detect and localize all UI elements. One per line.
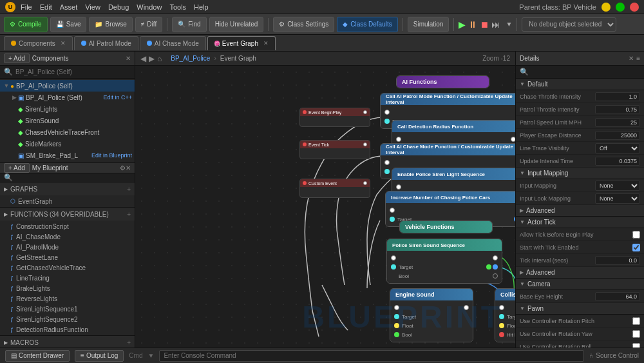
browse-button[interactable]: 📁 Browse (89, 17, 132, 32)
pause-button[interactable]: ⏸ (468, 19, 477, 30)
tab-ai-chase[interactable]: AI Chase Mode (140, 36, 206, 50)
nav-home-icon[interactable]: ⌂ (157, 54, 162, 63)
ctrl-roll-checkbox[interactable] (632, 343, 640, 348)
play-button[interactable]: ▶ (459, 19, 466, 30)
add-blueprint-button[interactable]: + Add (4, 163, 30, 173)
chase-throttle-input[interactable] (595, 92, 640, 101)
func-siren2[interactable]: ƒSirenLightSequence2 (0, 314, 135, 324)
components-panel-close[interactable]: ✕ (126, 55, 131, 62)
tree-item-springarm[interactable]: ▶ ◈ SpringArm Edit in Blueprint (0, 161, 135, 162)
func-getchasedtrace[interactable]: ƒGetChasedVehicleTrace (0, 262, 135, 273)
details-search-input[interactable] (529, 68, 640, 75)
mini-node-2[interactable]: Event Tick (299, 140, 370, 159)
content-drawer-button[interactable]: ▤ Content Drawer (5, 350, 70, 362)
save-button[interactable]: 💾 Save (50, 17, 87, 32)
nav-back-icon[interactable]: ◀ (140, 54, 146, 63)
look-mapping-select[interactable]: None (595, 193, 640, 204)
ctrl-yaw-checkbox[interactable] (632, 330, 640, 338)
macros-add-icon[interactable]: + (127, 339, 131, 346)
compile-button[interactable]: ⚙ Compile (4, 17, 48, 32)
func-reverselights[interactable]: ƒReverseLights (0, 293, 135, 304)
tree-item-sirenlights[interactable]: ◆ SirenLights (0, 103, 135, 115)
graphs-add-icon[interactable]: + (127, 186, 131, 193)
diff-button[interactable]: ≠ Diff (135, 17, 162, 32)
input-mapping-header[interactable]: ▼ Input Mapping (516, 168, 644, 179)
add-component-button[interactable]: + Add (4, 54, 30, 63)
close-button[interactable] (630, 3, 639, 12)
functions-section-header[interactable]: ▶ FUNCTIONS (34 OVERRIDABLE) + (0, 208, 135, 221)
tree-item-sidemarkers[interactable]: ◆ SideMarkers (0, 138, 135, 150)
func-ai-patrol[interactable]: ƒAI_PatrolMode (0, 242, 135, 252)
func-linetracing[interactable]: ƒLineTracing (0, 273, 135, 283)
func-detection[interactable]: ƒDetectionRadiusFunction (0, 324, 135, 335)
advanced2-section-header[interactable]: ▶ Advanced (516, 267, 644, 279)
breadcrumb-root[interactable]: BP_AI_Police (171, 55, 210, 62)
brake-edit-link[interactable]: Edit in Blueprint (91, 152, 132, 159)
components-search-input[interactable] (15, 68, 131, 75)
macros-header[interactable]: ▶ MACROS + (0, 336, 135, 348)
tab-event-close[interactable]: ✕ (263, 40, 269, 46)
patrol-throttle-input[interactable] (595, 105, 640, 114)
details-menu-icon[interactable]: ≡ (636, 55, 640, 62)
class-defaults-button[interactable]: ◆ Class Defaults (337, 17, 397, 32)
node-vehicle-functions[interactable]: Vehicle Functions (399, 221, 493, 233)
mini-node-3[interactable]: Custom Event (299, 179, 370, 198)
maximize-button[interactable] (616, 3, 625, 12)
menu-edit[interactable]: Edit (40, 3, 52, 11)
func-ai-chase[interactable]: ƒAI_ChaseMode (0, 231, 135, 242)
camera-section-header[interactable]: ▼ Camera (516, 279, 644, 290)
hide-unrelated-button[interactable]: Hide Unrelated (209, 17, 264, 32)
skip-button[interactable]: ⏭ (491, 19, 500, 30)
escape-dist-input[interactable] (595, 131, 640, 140)
node-ai-functions[interactable]: AI Functions (396, 75, 489, 88)
base-eye-input[interactable] (595, 292, 640, 301)
graph-canvas[interactable]: AI Functions Call AI Patrol Mode Functio… (135, 66, 515, 348)
menu-file[interactable]: File (21, 3, 32, 11)
console-command-input[interactable] (159, 350, 584, 362)
menu-help[interactable]: Help (194, 3, 209, 11)
menu-window[interactable]: Window (137, 3, 162, 11)
tab-components-close[interactable]: ✕ (61, 40, 66, 46)
input-mapping-select[interactable]: None (595, 181, 640, 191)
graphs-section-header[interactable]: ▶ GRAPHS + (0, 182, 135, 195)
pawn-section-header[interactable]: ▼ Pawn (516, 303, 644, 315)
tab-ai-patrol[interactable]: AI Patrol Mode (74, 36, 138, 50)
tree-item-self[interactable]: ▼ ● BP_AI_Police (Self) (0, 80, 135, 92)
nav-forward-icon[interactable]: ▶ (149, 54, 155, 63)
actor-tick-header[interactable]: ▼ Actor Tick (516, 217, 644, 228)
find-button[interactable]: 🔍 Find (172, 17, 206, 32)
line-trace-select[interactable]: OffOn (595, 143, 640, 153)
tree-item-chasedtrace[interactable]: ◆ ChasedVehicleTraceFront (0, 126, 135, 138)
more-play-options[interactable]: ▼ (506, 21, 512, 28)
advanced-section-header[interactable]: ▶ Advanced (516, 205, 644, 217)
functions-add-icon[interactable]: + (127, 211, 131, 218)
blueprint-panel-close[interactable]: ✕ (126, 164, 131, 172)
func-construction[interactable]: ƒConstructionScript (0, 221, 135, 231)
blueprint-search-input[interactable] (13, 174, 131, 181)
blueprint-settings-icon[interactable]: ⚙ (120, 164, 126, 172)
menu-debug[interactable]: Debug (108, 3, 129, 11)
tree-item-mesh[interactable]: ▶ ▣ BP_AI_Police (Self) Edit in C++ (0, 92, 135, 103)
graph-area[interactable]: ◀ ▶ ⌂ BP_AI_Police › Event Graph Zoom -1… (135, 52, 515, 348)
patrol-speed-input[interactable] (595, 118, 640, 127)
node-collision-sound[interactable]: Collision Sound Target Float Hit Result (495, 288, 515, 342)
minimize-button[interactable] (601, 3, 611, 12)
node-engine-sound[interactable]: Engine Sound Target Float Bool (390, 288, 473, 342)
update-interval-input[interactable] (595, 157, 640, 166)
tab-components[interactable]: Components ✕ (4, 36, 73, 50)
mesh-edit-link[interactable]: Edit in C++ (103, 94, 132, 101)
default-section-header[interactable]: ▼ Default (516, 79, 644, 90)
output-log-button[interactable]: ≡ Output Log (75, 350, 124, 362)
func-siren1[interactable]: ƒSirenLightSequence1 (0, 304, 135, 314)
func-getstreetlane[interactable]: ƒGetStreetLane (0, 252, 135, 262)
menu-asset[interactable]: Asset (60, 3, 78, 11)
simulation-button[interactable]: Simulation (408, 17, 450, 32)
tab-event-graph[interactable]: ⬡ Event Graph ✕ (207, 36, 276, 50)
graph-item-eventgraph[interactable]: ⬡ EventGraph (0, 196, 135, 206)
tick-interval-input[interactable] (595, 256, 640, 265)
menu-tools[interactable]: Tools (169, 3, 186, 11)
tree-item-sirensound[interactable]: ◆ SirenSound (0, 115, 135, 126)
debug-object-select[interactable]: No debug object selected (522, 17, 616, 32)
node-police-siren[interactable]: Police Siren Sound Sequence Target Bool (386, 239, 502, 284)
ctrl-pitch-checkbox[interactable] (632, 317, 640, 325)
